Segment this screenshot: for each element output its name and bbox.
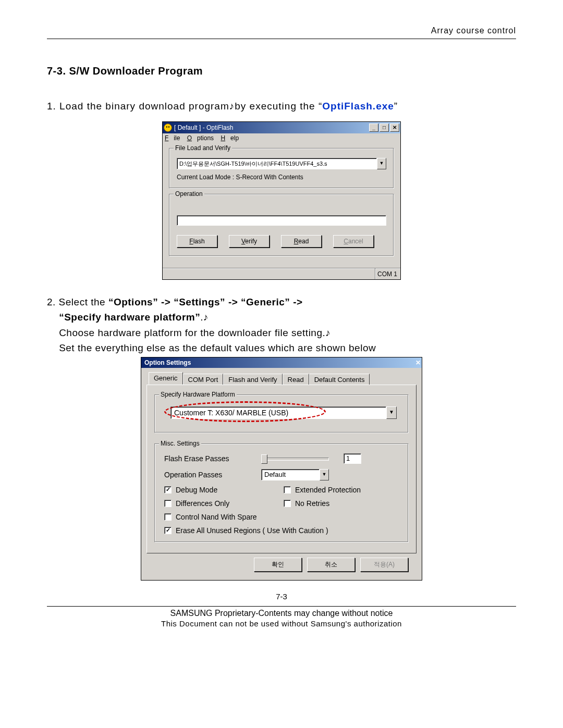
apply-button: 적용(A)	[360, 558, 408, 572]
music-note-icon: ♪	[229, 101, 235, 112]
options-close-button[interactable]: ✕	[415, 359, 421, 366]
tabstrip: Generic COM Port Flash and Verify Read D…	[146, 372, 417, 385]
step2-l1a: 2. Select the	[47, 297, 108, 307]
footer-line-2: This Document can not be used without Sa…	[47, 619, 516, 628]
extended-protection-label: Extended Protection	[295, 486, 361, 494]
no-retries-label: No Retries	[295, 499, 329, 508]
tab-com-port[interactable]: COM Port	[183, 374, 224, 385]
titlebar: [ Default ] - OptiFlash _ □ ✕	[163, 122, 400, 133]
read-button-u: R	[294, 238, 299, 245]
operation-passes-field[interactable]: Default	[261, 469, 320, 480]
file-path-dropdown-icon[interactable]: ▼	[377, 158, 386, 169]
hardware-platform-field[interactable]: Customer T: X630/ MARBLE (USB)	[170, 406, 386, 419]
menu-help[interactable]: Help	[221, 134, 239, 142]
header-right: Array course control	[47, 26, 516, 35]
tab-generic[interactable]: Generic	[149, 372, 183, 385]
step2-l1b: “Options” -> “Settings” -> “Generic” ->	[108, 297, 303, 307]
step2-l3: Choose hardware platform for the downloa…	[59, 327, 325, 338]
control-nand-spare-label: Control Nand With Spare	[176, 513, 257, 521]
differences-only-checkbox[interactable]	[164, 500, 172, 507]
operation-passes-dropdown-icon[interactable]: ▼	[320, 469, 329, 480]
read-button[interactable]: Read	[281, 235, 322, 248]
operation-passes-label: Operation Passes	[162, 471, 261, 479]
slider-thumb[interactable]	[261, 454, 267, 464]
statusbar-com: COM 1	[375, 268, 400, 279]
progress-bar	[177, 215, 386, 226]
tab-default-contents[interactable]: Default Contents	[309, 374, 370, 385]
tab-read[interactable]: Read	[283, 374, 309, 385]
menu-help-u: H	[221, 134, 225, 142]
hardware-platform-dropdown-icon[interactable]: ▼	[386, 406, 397, 419]
erase-unused-regions-checkbox[interactable]: ✓	[164, 527, 172, 534]
step2-text: 2. Select the “Options” -> “Settings” ->…	[47, 294, 516, 356]
step1-prefix: 1. Load the binary download program	[47, 101, 229, 112]
menu-options[interactable]: Options	[187, 134, 214, 142]
file-path-field[interactable]: D:\업무용문서\SGH-T519\바이너리\FF4\T519UVFF4_s3.…	[177, 158, 377, 169]
step2-l4: Set the everything else as the default v…	[59, 342, 376, 353]
group-hardware-platform-legend: Specify Hardware Platform	[159, 391, 237, 398]
cancel-button-u: C	[344, 238, 348, 245]
options-titlebar: Option Settings ✕	[141, 357, 422, 368]
footer-line-1: SAMSUNG Proprietary-Contents may change …	[47, 609, 516, 618]
differences-only-label: Differences Only	[176, 499, 229, 508]
flash-button[interactable]: Flash	[177, 235, 217, 248]
file-path-combo[interactable]: D:\업무용문서\SGH-T519\바이너리\FF4\T519UVFF4_s3.…	[177, 158, 386, 169]
options-title: Option Settings	[144, 359, 191, 366]
cancel-dialog-button[interactable]: 취소	[307, 558, 355, 572]
verify-button-u: V	[241, 238, 245, 245]
cancel-button: Cancel	[333, 235, 374, 248]
group-misc-legend: Misc. Settings	[159, 440, 201, 447]
extended-protection-checkbox[interactable]	[284, 486, 291, 493]
close-button[interactable]: ✕	[390, 124, 399, 132]
group-file-load-legend: File Load and Verify	[174, 144, 232, 152]
control-nand-spare-checkbox[interactable]	[164, 513, 172, 521]
step1-middle: by executing the	[235, 101, 319, 112]
flash-erase-passes-value[interactable]: 1	[344, 453, 361, 464]
no-retries-checkbox[interactable]	[284, 500, 291, 507]
footer-rule	[47, 606, 516, 607]
window-title: [ Default ] - OptiFlash	[174, 124, 233, 131]
load-mode-status: Current Load Mode : S-Record With Conten…	[177, 174, 386, 181]
step1-text: 1. Load the binary download program♪by e…	[47, 101, 516, 112]
flash-button-u: F	[189, 238, 193, 245]
flash-erase-passes-slider[interactable]	[261, 453, 329, 464]
tab-flash-verify[interactable]: Flash and Verify	[223, 374, 282, 385]
tab-panel-generic: Specify Hardware Platform Customer T: X6…	[146, 385, 417, 553]
maximize-button[interactable]: □	[380, 124, 389, 132]
group-hardware-platform: Specify Hardware Platform Customer T: X6…	[154, 394, 409, 433]
ok-button[interactable]: 확인	[254, 558, 302, 572]
debug-mode-checkbox[interactable]: ✓	[164, 486, 172, 493]
group-file-load: File Load and Verify D:\업무용문서\SGH-T519\바…	[169, 148, 394, 189]
header-rule	[47, 39, 516, 39]
hardware-platform-combo[interactable]: Customer T: X630/ MARBLE (USB) ▼	[170, 406, 397, 419]
group-operation-legend: Operation	[174, 190, 204, 198]
flash-erase-passes-label: Flash Erase Passes	[162, 454, 261, 463]
menu-options-u: O	[187, 134, 192, 142]
minimize-button[interactable]: _	[369, 124, 378, 132]
group-misc-settings: Misc. Settings Flash Erase Passes 1 Oper…	[154, 443, 409, 542]
debug-mode-label: Debug Mode	[176, 486, 217, 494]
menu-file[interactable]: File	[165, 134, 180, 142]
menubar: File Options Help	[163, 133, 400, 144]
section-title: 7-3. S/W Downloader Program	[47, 65, 516, 77]
optiflash-window: [ Default ] - OptiFlash _ □ ✕ File Optio…	[162, 121, 401, 280]
app-icon	[164, 124, 172, 132]
group-operation: Operation Flash Verify Read Cancel	[169, 194, 394, 256]
music-note-icon-2: ♪	[203, 312, 209, 323]
music-note-icon-3: ♪	[325, 327, 331, 338]
step2-l2a: “Specify hardware platform”	[59, 312, 200, 323]
erase-unused-regions-label: Erase All Unused Regions ( Use With Caut…	[176, 526, 328, 535]
page-number: 7-3	[47, 592, 516, 601]
menu-file-u: F	[165, 134, 168, 142]
step1-exe: OptiFlash.exe	[322, 101, 394, 112]
statusbar: COM 1	[163, 268, 400, 279]
option-settings-window: Option Settings ✕ Generic COM Port Flash…	[141, 357, 422, 581]
quote-close: ”	[394, 101, 398, 112]
verify-button[interactable]: Verify	[229, 235, 270, 248]
operation-passes-combo[interactable]: Default ▼	[261, 469, 329, 480]
